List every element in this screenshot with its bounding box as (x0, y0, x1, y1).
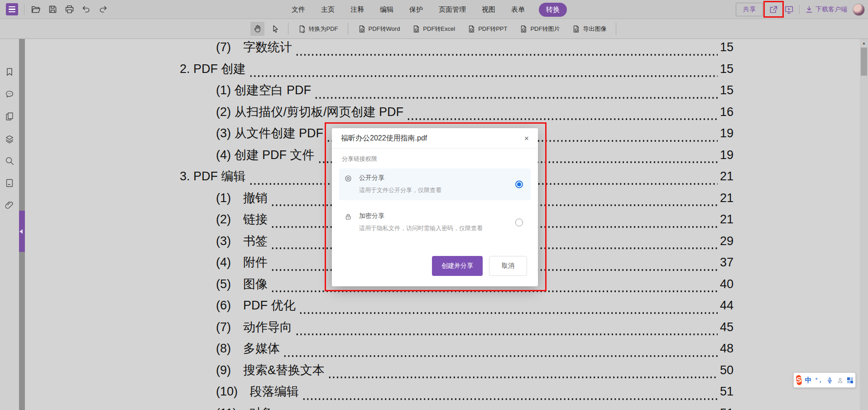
toolbar-button-PDF转PPT[interactable]: PDF转PPT (463, 23, 511, 35)
share-option-texts: 公开分享适用于文件公开分享，仅限查看 (359, 174, 441, 194)
user-avatar[interactable] (853, 4, 865, 16)
doc-convert-icon (572, 25, 580, 33)
dialog-header: 福昕办公2022使用指南.pdf × (332, 128, 538, 149)
attachment-icon[interactable] (5, 200, 14, 210)
app-menu-icon[interactable] (6, 3, 18, 15)
share-option-desc: 适用于隐私文件，访问时需输入密码，仅限查看 (359, 224, 483, 232)
layers-icon[interactable] (5, 134, 14, 144)
share-export-icon[interactable] (768, 5, 778, 14)
scroll-up-arrow[interactable]: ▲ (860, 41, 868, 45)
ime-language-toggle[interactable]: 中 (805, 376, 812, 385)
toc-page-number: 51 (720, 406, 734, 410)
share-option-公开分享[interactable]: 公开分享适用于文件公开分享，仅限查看 (339, 169, 531, 200)
hand-tool[interactable] (250, 22, 264, 36)
share-button[interactable]: 共享 (736, 3, 763, 16)
toc-page-number: 19 (720, 126, 734, 140)
toolbar-button-转换为PDF[interactable]: 转换为PDF (294, 23, 342, 35)
toc-entry-label: (2) 链接 (216, 211, 268, 227)
download-client-button[interactable]: 下载客户端 (805, 5, 847, 14)
ime-mic-icon[interactable] (826, 377, 833, 384)
toc-page-number: 45 (720, 320, 734, 334)
redo-icon[interactable] (97, 4, 108, 15)
toolbar-button-PDF转Excel[interactable]: PDF转Excel (408, 23, 459, 35)
scrollbar-thumb[interactable] (861, 48, 867, 76)
ime-menu-grid-icon[interactable] (847, 377, 853, 383)
share-option-title: 公开分享 (359, 174, 441, 182)
dotted-leader (249, 74, 718, 78)
toc-page-number: 48 (720, 342, 734, 356)
select-tool[interactable] (269, 22, 283, 36)
share-option-desc: 适用于文件公开分享，仅限查看 (359, 186, 441, 194)
titlebar-divider (799, 5, 800, 14)
menu-item-主页[interactable]: 主页 (319, 3, 336, 16)
doc-convert-icon (358, 25, 366, 33)
permission-label: 分享链接权限 (342, 155, 528, 163)
toc-row: (9) 搜索&替换文本50 (25, 362, 860, 384)
ime-punctuation-toggle[interactable]: °， (815, 376, 823, 384)
thumbnail-icon[interactable] (5, 178, 14, 188)
share-option-texts: 加密分享适用于隐私文件，访问时需输入密码，仅限查看 (359, 212, 483, 232)
comment-icon[interactable] (5, 89, 14, 99)
bookmark-icon[interactable] (5, 67, 14, 77)
toc-row: (2) 从扫描仪/剪切板/网页创建 PDF16 (25, 104, 860, 125)
toc-row: (6) PDF 优化44 (25, 297, 860, 319)
toc-row: (11) 对象51 (25, 405, 860, 410)
menu-item-注释[interactable]: 注释 (349, 3, 366, 16)
share-link-dialog: 福昕办公2022使用指南.pdf × 分享链接权限 公开分享适用于文件公开分享，… (332, 128, 538, 286)
panel-expand-handle[interactable] (19, 211, 25, 252)
toc-entry-label: (3) 书签 (216, 233, 268, 249)
toolbar-button-PDF转图片[interactable]: PDF转图片 (515, 23, 564, 35)
toc-entry-label: (1) 撤销 (216, 190, 268, 206)
toolbar-button-label: PDF转图片 (530, 25, 560, 33)
cancel-button[interactable]: 取消 (489, 256, 527, 276)
toc-entry-label: (8) 多媒体 (216, 340, 280, 357)
dotted-leader (314, 96, 718, 100)
menu-item-页面管理[interactable]: 页面管理 (437, 3, 468, 16)
toolbar-button-PDF转Word[interactable]: PDF转Word (354, 23, 404, 35)
undo-icon[interactable] (81, 4, 91, 15)
menu-bar: 文件主页注释编辑保护页面管理视图表单转换 (290, 0, 567, 19)
presentation-icon[interactable] (784, 5, 794, 14)
search-icon[interactable] (5, 156, 14, 166)
toc-page-number: 29 (720, 234, 734, 248)
radio-button[interactable] (515, 181, 523, 188)
menu-item-表单[interactable]: 表单 (509, 3, 527, 16)
doc-convert-icon (519, 25, 528, 33)
toc-page-number: 19 (720, 148, 734, 162)
toc-entry-label: (7) 字数统计 (216, 39, 292, 55)
ime-account-icon[interactable] (837, 377, 844, 384)
menu-item-转换[interactable]: 转换 (539, 3, 567, 17)
toc-page-number: 44 (720, 299, 734, 313)
left-panel-bar (0, 39, 19, 410)
dotted-leader (271, 289, 718, 293)
convert-pdf-icon (298, 25, 306, 33)
dotted-leader (295, 53, 718, 57)
create-and-share-button[interactable]: 创建并分享 (432, 256, 483, 276)
menu-item-保护[interactable]: 保护 (408, 3, 425, 16)
share-option-加密分享[interactable]: 加密分享适用于隐私文件，访问时需输入密码，仅限查看 (339, 207, 531, 238)
print-icon[interactable] (64, 4, 75, 15)
toc-entry-label: 2. PDF 创建 (180, 61, 246, 77)
pages-icon[interactable] (5, 111, 14, 121)
toolbar-divider (288, 23, 288, 35)
toolbar-button-label: 转换为PDF (309, 25, 338, 33)
menu-item-文件[interactable]: 文件 (290, 3, 307, 16)
open-file-icon[interactable] (30, 4, 41, 15)
sogou-logo-icon[interactable]: S (796, 375, 802, 385)
toc-entry-label: 3. PDF 编辑 (180, 168, 246, 184)
radio-button[interactable] (515, 219, 523, 227)
convert-ribbon-toolbar: 转换为PDFPDF转WordPDF转ExcelPDF转PPTPDF转图片导出图像 (0, 19, 868, 39)
toc-entry-label: (5) 图像 (216, 276, 268, 292)
menu-item-视图[interactable]: 视图 (480, 3, 497, 16)
lock-icon (344, 212, 352, 232)
toolbar-button-导出图像[interactable]: 导出图像 (568, 23, 610, 35)
save-icon[interactable] (47, 4, 58, 15)
toc-entry-label: (1) 创建空白 PDF (216, 82, 311, 98)
toc-page-number: 15 (720, 40, 734, 54)
toolbar-button-label: PDF转Excel (423, 25, 455, 33)
vertical-scrollbar: ▲ (860, 39, 868, 410)
dotted-leader (295, 333, 718, 336)
close-icon[interactable]: × (524, 135, 529, 142)
menu-item-编辑[interactable]: 编辑 (378, 3, 395, 16)
dotted-leader (299, 311, 718, 315)
